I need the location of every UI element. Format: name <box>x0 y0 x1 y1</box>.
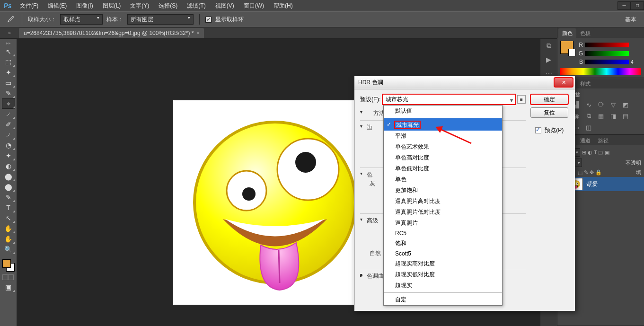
dropdown-item[interactable]: 单色高对比度 <box>384 152 502 163</box>
menu-item[interactable]: 窗口(W) <box>239 0 269 11</box>
tool-button[interactable]: ⬤ <box>2 171 15 182</box>
menu-item[interactable]: 帮助(H) <box>269 0 298 11</box>
tool-button[interactable]: 🔍 <box>2 244 15 255</box>
dropdown-item[interactable]: 单色低对比度 <box>384 163 502 174</box>
spectrum-bar[interactable] <box>560 68 641 75</box>
g-label: G <box>577 50 583 57</box>
sample-label: 样本： <box>106 16 124 24</box>
menu-item[interactable]: 滤镜(T) <box>182 0 210 11</box>
document-canvas <box>173 100 377 305</box>
tool-button[interactable]: ⟋ <box>2 109 15 119</box>
close-tab-icon[interactable]: × <box>196 28 199 38</box>
menu-item[interactable]: 文件(F) <box>15 0 43 11</box>
dropdown-item[interactable]: 更加饱和 <box>384 185 502 196</box>
curves-icon[interactable]: ∿ <box>584 100 593 109</box>
sample-layers-select[interactable]: 所有图层 <box>127 14 194 25</box>
window-minimize-button[interactable]: ─ <box>618 1 631 10</box>
divider <box>199 14 200 25</box>
window-restore-button[interactable]: □ <box>631 1 644 10</box>
svg-line-6 <box>438 128 471 143</box>
invert-icon[interactable]: ◨ <box>609 112 618 120</box>
selective-color-icon[interactable]: ◫ <box>584 123 593 132</box>
sample-size-select[interactable]: 取样点 <box>60 14 103 25</box>
g-slider[interactable] <box>585 51 629 56</box>
tab-overflow-icon[interactable]: » <box>3 30 16 35</box>
menu-item[interactable]: 编辑(E) <box>43 0 71 11</box>
dropdown-item[interactable]: Scott5 <box>384 249 502 258</box>
document-tab[interactable]: u=2684233735,3898701102&fm=26&gp=0.jpg @… <box>19 28 204 38</box>
layer-name[interactable]: 背景 <box>586 180 597 188</box>
tab-channels[interactable]: 通道 <box>576 136 594 145</box>
preset-menu-icon[interactable]: ≡ <box>517 95 526 104</box>
dropdown-item[interactable]: RC5 <box>384 229 502 238</box>
menu-item[interactable]: 图层(L) <box>98 0 126 11</box>
tab-paths[interactable]: 路径 <box>594 136 612 145</box>
ok-button[interactable]: 确定 <box>530 94 568 105</box>
posterize-icon[interactable]: ▤ <box>621 112 630 120</box>
dropdown-item[interactable]: 逼真照片低对比度 <box>384 207 502 218</box>
color-panel: 颜色 色板 R G B4 <box>557 27 644 78</box>
toolbar-grip-icon[interactable]: ▸▸ <box>6 41 11 45</box>
tool-button[interactable]: ✋ <box>2 223 15 234</box>
foreground-background-swatch[interactable] <box>1 258 16 273</box>
actions-panel-icon[interactable]: ▶ <box>543 55 555 64</box>
app-logo-icon: Ps <box>0 0 15 11</box>
menu-item[interactable]: 图像(I) <box>71 0 97 11</box>
color-swatch[interactable] <box>560 41 573 54</box>
hue-icon[interactable]: ◩ <box>621 100 630 109</box>
lookup-icon[interactable]: ▦ <box>596 112 606 120</box>
tab-color[interactable]: 颜色 <box>558 28 576 38</box>
menu-item[interactable]: 视图(V) <box>211 0 239 11</box>
quickmask-toggle[interactable] <box>2 274 15 281</box>
dropdown-item[interactable]: 超现实低对比度 <box>384 269 502 280</box>
tool-button[interactable]: ⬚ <box>2 57 15 67</box>
history-panel-icon[interactable]: ⧉ <box>543 41 555 50</box>
tool-button[interactable]: ↖ <box>2 46 15 57</box>
sample-size-label: 取样大小： <box>28 16 56 24</box>
tool-button[interactable]: T <box>2 203 15 213</box>
dropdown-item[interactable]: 逼真照片高对比度 <box>384 196 502 207</box>
tool-button[interactable]: ✎ <box>2 192 15 203</box>
tab-swatches[interactable]: 色板 <box>576 28 594 38</box>
tool-button[interactable]: ⟋ <box>2 130 15 140</box>
dropdown-item[interactable]: 超现实 <box>384 280 502 291</box>
show-ring-checkbox[interactable] <box>205 17 212 23</box>
dialog-close-button[interactable]: ✕ <box>554 78 573 87</box>
tool-button[interactable]: ↖ <box>2 213 15 223</box>
tool-button[interactable]: ✦ <box>2 67 15 78</box>
preview-checkbox[interactable] <box>535 127 541 133</box>
dropdown-item[interactable]: 饱和 <box>384 238 502 249</box>
dropdown-item[interactable]: 自定 <box>384 292 502 305</box>
preset-select[interactable]: 城市暮光 <box>382 94 515 105</box>
r-slider[interactable] <box>585 43 629 47</box>
tool-button[interactable]: ✎ <box>2 88 15 98</box>
dropdown-item[interactable]: 超现实高对比度 <box>384 258 502 269</box>
reset-button[interactable]: 复位 <box>530 107 568 118</box>
b-value[interactable]: 4 <box>631 60 641 65</box>
dropdown-item[interactable]: 默认值 <box>384 106 502 116</box>
svg-point-2 <box>295 152 316 173</box>
tool-button[interactable]: ✋ <box>2 234 15 244</box>
options-bar: 取样大小： 取样点 样本： 所有图层 显示取样环 基本 <box>0 11 644 27</box>
tool-button[interactable]: ▭ <box>2 78 15 88</box>
tool-button[interactable]: ◐ <box>2 161 15 171</box>
exposure-icon[interactable]: ⧂ <box>596 100 606 109</box>
tool-button[interactable]: ✐ <box>2 119 15 130</box>
tab-styles[interactable]: 样式 <box>576 79 594 88</box>
dropdown-item[interactable]: 单色 <box>384 174 502 185</box>
screen-mode-button[interactable]: ▣ <box>2 282 15 292</box>
tool-button[interactable]: ⬤ <box>2 182 15 192</box>
vibrance-icon[interactable]: ▽ <box>609 100 618 109</box>
tool-button[interactable]: ⌖ <box>2 98 15 109</box>
b-slider[interactable] <box>585 60 629 64</box>
menu-item[interactable]: 文字(Y) <box>125 0 154 11</box>
tool-button[interactable]: ✦ <box>2 150 15 161</box>
tools-panel: ▸▸ ↖⬚✦▭✎⌖⟋✐⟋◔✦◐⬤⬤✎T↖✋✋🔍 ▣ <box>0 39 17 326</box>
workspace-label[interactable]: 基本 <box>622 16 639 24</box>
divider <box>22 14 22 25</box>
dropdown-item[interactable]: 逼真照片 <box>384 218 502 229</box>
menu-item[interactable]: 选择(S) <box>154 0 182 11</box>
dialog-titlebar[interactable]: HDR 色调 ✕ <box>354 76 575 89</box>
channel-mixer-icon[interactable]: ⧉ <box>584 112 593 120</box>
tool-button[interactable]: ◔ <box>2 140 15 150</box>
